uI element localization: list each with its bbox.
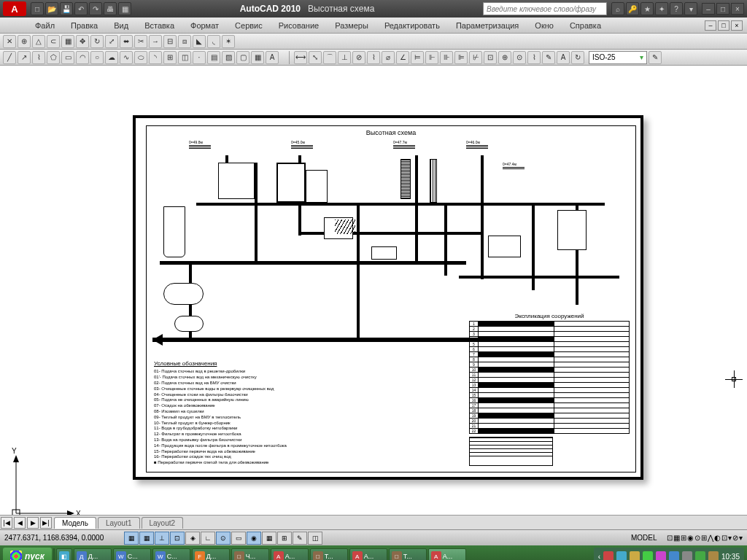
exchange-icon[interactable]: ✦: [655, 2, 668, 15]
tray-icon[interactable]: [603, 551, 614, 560]
status-view-button[interactable]: MODEL: [631, 534, 666, 542]
doc-restore-button[interactable]: □: [718, 20, 729, 31]
status-view-button[interactable]: ⊡: [721, 534, 727, 542]
doc-close-button[interactable]: ×: [731, 20, 743, 31]
revcloud-icon[interactable]: ☁: [105, 51, 118, 64]
point-icon[interactable]: ·: [193, 51, 206, 64]
move-icon[interactable]: ✥: [76, 35, 89, 48]
taskbar-app-button[interactable]: ДД...: [74, 548, 112, 560]
quick-launch-item[interactable]: ◧: [56, 548, 72, 560]
taskbar-app-button[interactable]: WС...: [152, 548, 190, 560]
status-view-button[interactable]: ⋀: [708, 534, 713, 542]
fillet-icon[interactable]: ◟: [207, 35, 220, 48]
taskbar-app-button[interactable]: AA...: [349, 548, 387, 560]
drawing-viewport[interactable]: Высотная схема 0=49.8м 0=45.0м 0=47.7м 0…: [0, 66, 747, 529]
taskbar-app-button[interactable]: AA...: [271, 548, 309, 560]
ellipse-icon[interactable]: ⬭: [134, 51, 147, 64]
tray-icon[interactable]: [695, 551, 705, 560]
ellipsearc-icon[interactable]: ◝: [149, 51, 162, 64]
dimspace-icon[interactable]: ⊫: [454, 51, 468, 64]
taskbar-app-button[interactable]: □Ч...: [231, 548, 269, 560]
infocenter-icon[interactable]: ⌕: [611, 2, 624, 15]
dimedit-icon[interactable]: ✎: [542, 51, 555, 64]
status-toggle-button[interactable]: ◉: [247, 532, 261, 545]
rectangle-icon[interactable]: ▭: [61, 51, 74, 64]
dimbaseline-icon[interactable]: ⊩: [425, 51, 438, 64]
tab-nav-first[interactable]: |◀: [1, 517, 12, 529]
dimupdate-icon[interactable]: ↻: [571, 51, 584, 64]
tray-icon[interactable]: [682, 551, 692, 560]
menu-insert[interactable]: Вставка: [137, 20, 182, 31]
taskbar-app-button[interactable]: AA...: [428, 548, 466, 560]
status-view-button[interactable]: ▾: [739, 534, 743, 542]
tray-icon[interactable]: [669, 551, 679, 560]
signin-icon[interactable]: 🔑: [626, 2, 639, 15]
menu-help[interactable]: Справка: [562, 20, 608, 31]
qat-save-icon[interactable]: 💾: [60, 2, 73, 15]
menu-tools[interactable]: Сервис: [228, 20, 270, 31]
tab-nav-prev[interactable]: ◀: [14, 517, 26, 529]
dimordinate-icon[interactable]: ⊥: [338, 51, 351, 64]
status-toggle-button[interactable]: ▦: [139, 532, 154, 545]
doc-minimize-button[interactable]: –: [705, 20, 716, 31]
diminspect-icon[interactable]: ⊙: [513, 51, 526, 64]
taskbar-app-button[interactable]: □T...: [310, 548, 348, 560]
close-button[interactable]: ×: [731, 3, 744, 15]
mtext-icon[interactable]: A: [266, 51, 279, 64]
dimjogline-icon[interactable]: ⌇: [527, 51, 541, 64]
status-view-button[interactable]: ▾: [728, 534, 732, 542]
hatch-icon[interactable]: ▤: [207, 51, 220, 64]
rotate-icon[interactable]: ↻: [90, 35, 104, 48]
qat-open-icon[interactable]: 📂: [45, 2, 58, 15]
tray-expand-icon[interactable]: ‹: [598, 553, 600, 561]
erase-icon[interactable]: ✕: [3, 35, 16, 48]
tray-icon[interactable]: [616, 551, 627, 560]
extend-icon[interactable]: →: [149, 35, 162, 48]
status-view-button[interactable]: ◐: [714, 534, 721, 542]
scale-icon[interactable]: ⤢: [105, 35, 118, 48]
tab-nav-next[interactable]: ▶: [27, 517, 39, 529]
dimarc-icon[interactable]: ⌒: [323, 51, 336, 64]
explode-icon[interactable]: ✶: [222, 35, 235, 48]
status-toggle-button[interactable]: ◫: [308, 532, 322, 545]
menu-modify[interactable]: Редактировать: [377, 20, 447, 31]
makeblock-icon[interactable]: ◫: [178, 51, 191, 64]
dimtedit-icon[interactable]: A: [557, 51, 570, 64]
chamfer-icon[interactable]: ◣: [193, 35, 206, 48]
menu-view[interactable]: Вид: [107, 20, 136, 31]
status-view-button[interactable]: ◉: [687, 534, 694, 542]
qdim-icon[interactable]: ⊨: [411, 51, 424, 64]
tolerance-icon[interactable]: ⊡: [484, 51, 497, 64]
spline-icon[interactable]: ∿: [120, 51, 133, 64]
table-icon[interactable]: ▦: [251, 51, 264, 64]
menu-file[interactable]: Файл: [28, 20, 62, 31]
status-toggle-button[interactable]: ∟: [201, 532, 215, 545]
menu-draw[interactable]: Рисование: [271, 20, 326, 31]
mirror-icon[interactable]: △: [32, 35, 45, 48]
status-toggle-button[interactable]: ⊙: [216, 532, 231, 545]
tray-icon[interactable]: [708, 551, 719, 560]
circle-icon[interactable]: ○: [90, 51, 104, 64]
dimaligned-icon[interactable]: ⤡: [309, 51, 322, 64]
gradient-icon[interactable]: ▨: [222, 51, 235, 64]
menu-parametric[interactable]: Параметризация: [449, 20, 526, 31]
qat-new-icon[interactable]: □: [31, 2, 44, 15]
taskbar-app-button[interactable]: WС...: [113, 548, 151, 560]
line-icon[interactable]: ╱: [3, 51, 16, 64]
dimstyle-manager-icon[interactable]: ✎: [649, 51, 662, 64]
copy-icon[interactable]: ⊕: [18, 35, 31, 48]
status-toggle-button[interactable]: ✎: [293, 532, 307, 545]
status-toggle-button[interactable]: ▭: [231, 532, 246, 545]
polygon-icon[interactable]: ⬠: [47, 51, 60, 64]
qat-print-icon[interactable]: 🖶: [104, 2, 117, 15]
polyline-icon[interactable]: ⌇: [32, 51, 45, 64]
tab-model[interactable]: Модель: [54, 517, 96, 529]
dimcontinue-icon[interactable]: ⊪: [440, 51, 453, 64]
taskbar-app-button[interactable]: FД...: [192, 548, 230, 560]
taskbar-app-button[interactable]: □T...: [389, 548, 427, 560]
menu-dimension[interactable]: Размеры: [328, 20, 376, 31]
favorite-icon[interactable]: ★: [640, 2, 654, 15]
app-logo-icon[interactable]: A: [3, 1, 26, 16]
tray-icon[interactable]: [630, 551, 640, 560]
break-icon[interactable]: ⊟: [163, 35, 177, 48]
